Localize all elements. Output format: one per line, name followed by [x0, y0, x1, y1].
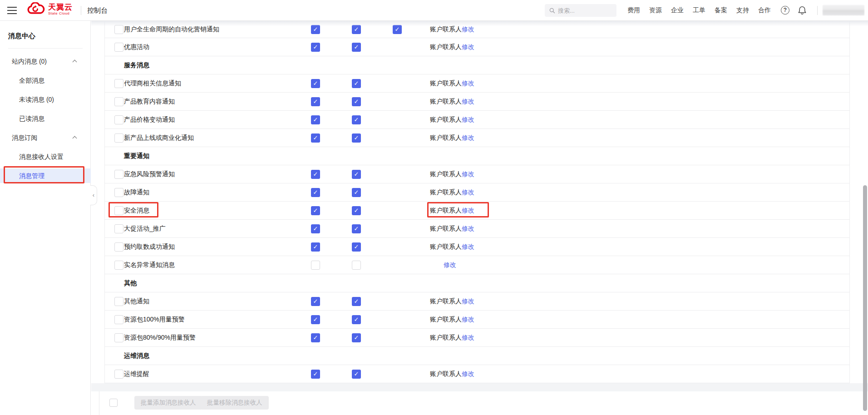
row-select-checkbox[interactable]	[114, 79, 123, 88]
nav-item-filing[interactable]: 备案	[715, 6, 727, 15]
modify-link[interactable]: 修改	[462, 98, 474, 106]
row-select-checkbox[interactable]	[114, 97, 123, 106]
modify-link[interactable]: 修改	[462, 170, 474, 178]
sidebar-group-subscription[interactable]: 消息订阅	[0, 130, 91, 145]
channel-checkbox-checked[interactable]	[311, 315, 320, 324]
topbar: 天翼云 State Cloud 控制台 费用 资源 企业 工单 备案 支持 合作…	[0, 0, 868, 21]
channel-checkbox-checked[interactable]	[311, 224, 320, 233]
modify-link[interactable]: 修改	[462, 243, 474, 251]
row-select-checkbox[interactable]	[114, 206, 123, 215]
row-select-checkbox[interactable]	[114, 133, 123, 143]
channel-checkbox-checked[interactable]	[311, 43, 320, 52]
modify-link[interactable]: 修改	[462, 297, 474, 306]
sidebar-item-message-management[interactable]: 消息管理	[0, 168, 91, 183]
sidebar-item-recipient-settings[interactable]: 消息接收人设置	[0, 149, 91, 164]
channel-checkbox-checked[interactable]	[352, 170, 361, 179]
account-name-redacted[interactable]	[823, 5, 864, 15]
modify-link[interactable]: 修改	[462, 25, 474, 34]
channel-checkbox-checked[interactable]	[311, 115, 320, 124]
row-select-checkbox[interactable]	[114, 115, 123, 124]
channel-checkbox-checked[interactable]	[311, 25, 320, 34]
notification-bell-icon[interactable]	[798, 5, 807, 15]
row-select-checkbox[interactable]	[114, 224, 123, 233]
channel-checkbox-checked[interactable]	[352, 133, 361, 143]
sidebar-item-read-messages[interactable]: 已读消息	[0, 111, 91, 126]
channel-checkbox-checked[interactable]	[311, 333, 320, 342]
vertical-scrollbar-thumb[interactable]	[863, 185, 867, 411]
recipient-label: 账户联系人	[430, 297, 462, 306]
channel-checkbox-checked[interactable]	[352, 188, 361, 197]
channel-checkbox-checked[interactable]	[311, 170, 320, 179]
console-label[interactable]: 控制台	[87, 6, 108, 15]
channel-checkbox-checked[interactable]	[352, 242, 361, 252]
modify-link[interactable]: 修改	[462, 225, 474, 233]
modify-link[interactable]: 修改	[462, 134, 474, 142]
nav-item-tickets[interactable]: 工单	[693, 6, 705, 15]
section-row: 运维消息	[105, 347, 849, 365]
channel-checkbox-checked[interactable]	[352, 43, 361, 52]
row-select-checkbox[interactable]	[114, 188, 123, 197]
channel-checkbox-unchecked[interactable]	[352, 261, 361, 270]
batch-remove-recipients-button[interactable]: 批量移除消息接收人	[201, 396, 269, 410]
channel-checkbox-checked[interactable]	[352, 79, 361, 88]
channel-checkbox-checked[interactable]	[352, 97, 361, 106]
cloud-logo-icon	[26, 2, 45, 16]
nav-item-enterprise[interactable]: 企业	[671, 6, 684, 15]
channel-checkbox-checked[interactable]	[352, 115, 361, 124]
channel-checkbox-checked[interactable]	[352, 25, 361, 34]
row-select-checkbox[interactable]	[114, 25, 123, 34]
modify-link[interactable]: 修改	[462, 43, 474, 51]
section-row: 其他	[105, 274, 849, 292]
channel-checkbox-checked[interactable]	[352, 315, 361, 324]
row-select-checkbox[interactable]	[114, 370, 123, 379]
channel-checkbox-checked[interactable]	[352, 333, 361, 342]
channel-checkbox-checked[interactable]	[352, 297, 361, 306]
recipient-label: 账户联系人	[430, 25, 462, 34]
channel-checkbox-checked[interactable]	[311, 297, 320, 306]
search-box[interactable]	[545, 4, 616, 17]
hamburger-menu-icon[interactable]	[7, 7, 17, 14]
modify-link[interactable]: 修改	[462, 188, 474, 197]
section-label: 重要通知	[124, 152, 149, 160]
row-select-checkbox[interactable]	[114, 315, 123, 324]
sidebar-item-all-messages[interactable]: 全部消息	[0, 73, 91, 88]
row-select-checkbox[interactable]	[114, 333, 123, 342]
nav-item-support[interactable]: 支持	[736, 6, 749, 15]
channel-checkbox-checked[interactable]	[311, 79, 320, 88]
nav-item-fees[interactable]: 费用	[627, 6, 640, 15]
row-select-checkbox[interactable]	[114, 242, 123, 252]
batch-add-recipients-button[interactable]: 批量添加消息接收人	[134, 396, 202, 410]
nav-item-resources[interactable]: 资源	[649, 6, 662, 15]
channel-checkbox-checked[interactable]	[311, 188, 320, 197]
modify-link[interactable]: 修改	[462, 316, 474, 324]
channel-checkbox-unchecked[interactable]	[311, 261, 320, 270]
modify-link[interactable]: 修改	[462, 116, 474, 124]
row-select-checkbox[interactable]	[114, 261, 123, 270]
sidebar-item-unread-messages[interactable]: 未读消息 (0)	[0, 92, 91, 107]
modify-link[interactable]: 修改	[444, 261, 456, 269]
channel-checkbox-checked[interactable]	[311, 133, 320, 143]
modify-link[interactable]: 修改	[462, 79, 474, 88]
channel-checkbox-checked[interactable]	[311, 370, 320, 379]
channel-checkbox-checked[interactable]	[352, 370, 361, 379]
brand-logo[interactable]: 天翼云 State Cloud	[26, 2, 73, 16]
channel-checkbox-checked[interactable]	[393, 25, 402, 34]
nav-item-cooperation[interactable]: 合作	[758, 6, 771, 15]
row-select-checkbox[interactable]	[114, 170, 123, 179]
search-input[interactable]	[558, 7, 608, 14]
row-select-checkbox[interactable]	[114, 43, 123, 52]
recipient-label: 账户联系人	[430, 243, 462, 251]
channel-checkbox-checked[interactable]	[311, 206, 320, 215]
channel-checkbox-checked[interactable]	[352, 224, 361, 233]
channel-checkbox-checked[interactable]	[352, 206, 361, 215]
modify-link[interactable]: 修改	[462, 207, 474, 215]
channel-checkbox-checked[interactable]	[311, 97, 320, 106]
modify-link[interactable]: 修改	[462, 334, 474, 342]
modify-link[interactable]: 修改	[462, 370, 474, 378]
sidebar-collapse-toggle[interactable]: ‹	[90, 185, 97, 205]
channel-checkbox-checked[interactable]	[311, 242, 320, 252]
row-select-checkbox[interactable]	[114, 297, 123, 306]
select-all-checkbox[interactable]	[109, 399, 118, 407]
sidebar-group-inbox[interactable]: 站内消息 (0)	[0, 54, 91, 69]
help-icon[interactable]: ?	[781, 6, 789, 15]
